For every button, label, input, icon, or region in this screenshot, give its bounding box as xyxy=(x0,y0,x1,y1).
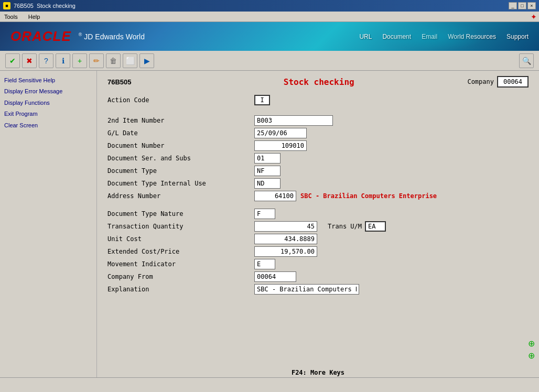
label-unit-cost: Unit Cost xyxy=(107,235,254,243)
field-row-doc-ser-subs: Document Ser. and Subs xyxy=(107,153,529,164)
oracle-logo: ORACLE ® JD Edwards World xyxy=(10,28,145,45)
window-controls[interactable]: _ □ × xyxy=(509,2,536,9)
info-button[interactable]: ℹ xyxy=(56,53,70,68)
field-row-2nd-item-number: 2nd Item Number xyxy=(107,115,529,126)
input-2nd-item-number[interactable] xyxy=(254,115,333,126)
menu-tools[interactable]: Tools xyxy=(2,13,20,21)
input-unit-cost[interactable] xyxy=(254,234,317,244)
input-movement-indicator[interactable] xyxy=(254,259,275,269)
jde-text: ® JD Edwards World xyxy=(79,32,145,41)
sidebar-item-display-error-message[interactable]: Display Error Message xyxy=(2,86,94,97)
field-row-doc-type-nature: Document Type Nature xyxy=(107,208,529,220)
action-code-input[interactable] xyxy=(254,95,270,105)
field-row-extended-cost: Extended Cost/Price xyxy=(107,246,529,257)
search-button[interactable]: 🔍 xyxy=(519,53,534,68)
input-extended-cost[interactable] xyxy=(254,246,317,257)
oracle-header: ORACLE ® JD Edwards World URL Document E… xyxy=(0,22,539,51)
alert-icon[interactable]: ✦ xyxy=(531,13,537,21)
sidebar: Field Sensitive Help Display Error Messa… xyxy=(0,71,97,392)
label-address-number: Address Number xyxy=(107,192,254,200)
add-button[interactable]: + xyxy=(72,53,87,68)
company-field[interactable] xyxy=(497,76,529,88)
input-document-number[interactable] xyxy=(254,140,307,151)
program-id: 76B505 xyxy=(107,78,170,86)
input-document-type[interactable] xyxy=(254,166,281,176)
sidebar-item-clear-screen[interactable]: Clear Screen xyxy=(2,120,94,131)
input-doc-type-internal[interactable] xyxy=(254,178,281,189)
form-fields-group1: 2nd Item Number G/L Date Document Number… xyxy=(107,115,529,202)
address-number-note: SBC - Brazilian Computers Enterprise xyxy=(300,192,437,200)
bottom-bar xyxy=(0,377,539,392)
label-company-from: Company From xyxy=(107,273,254,280)
sidebar-item-display-functions[interactable]: Display Functions xyxy=(2,97,94,108)
label-doc-type-nature: Document Type Nature xyxy=(107,210,254,217)
form-title: Stock checking xyxy=(170,77,467,87)
form-header: 76B505 Stock checking Company xyxy=(107,76,529,88)
label-doc-type-internal: Document Type Internal Use xyxy=(107,180,254,187)
sidebar-item-exit-program[interactable]: Exit Program xyxy=(2,108,94,119)
label-2nd-item-number: 2nd Item Number xyxy=(107,117,254,124)
label-document-number: Document Number xyxy=(107,142,254,149)
label-movement-indicator: Movement Indicator xyxy=(107,260,254,268)
input-doc-ser-subs[interactable] xyxy=(254,153,281,164)
sidebar-item-field-sensitive-help[interactable]: Field Sensitive Help xyxy=(2,75,94,86)
input-transaction-quantity[interactable] xyxy=(254,221,317,232)
company-label: Company xyxy=(467,78,494,85)
field-row-gl-date: G/L Date xyxy=(107,127,529,139)
input-trans-um[interactable] xyxy=(365,221,386,232)
banner-decoration xyxy=(382,22,487,51)
cancel-button[interactable]: ✖ xyxy=(22,53,37,68)
form-area: 76B505 Stock checking Company Action Cod… xyxy=(97,71,539,392)
label-doc-ser-subs: Document Ser. and Subs xyxy=(107,155,254,162)
delete-button[interactable]: 🗑 xyxy=(106,53,121,68)
nav-support[interactable]: Support xyxy=(506,33,529,40)
field-row-address-number: Address Number SBC - Brazilian Computers… xyxy=(107,190,529,202)
menu-bar: Tools Help ✦ xyxy=(0,12,539,22)
label-transaction-quantity: Transaction Quantity xyxy=(107,223,254,230)
input-company-from[interactable] xyxy=(254,271,296,282)
field-row-unit-cost: Unit Cost xyxy=(107,233,529,245)
input-address-number[interactable] xyxy=(254,191,296,201)
main-container: Field Sensitive Help Display Error Messa… xyxy=(0,71,539,392)
title-text: Stock checking xyxy=(37,3,76,9)
action-code-row: Action Code xyxy=(107,95,529,105)
field-row-doc-type-internal: Document Type Internal Use xyxy=(107,178,529,189)
toolbar: ✔ ✖ ? ℹ + ✏ 🗑 ⬜ ▶ 🔍 xyxy=(0,51,539,71)
copy-button[interactable]: ⬜ xyxy=(123,53,137,68)
close-button[interactable]: × xyxy=(527,2,536,9)
oracle-text: ORACLE xyxy=(10,28,71,45)
minimize-button[interactable]: _ xyxy=(509,2,517,9)
title-bar: ■ 76B505 Stock checking _ □ × xyxy=(0,0,539,12)
spacer-row xyxy=(107,202,529,208)
label-gl-date: G/L Date xyxy=(107,129,254,137)
field-row-movement-indicator: Movement Indicator xyxy=(107,258,529,270)
field-row-explanation: Explanation xyxy=(107,284,529,295)
form-fields-group2: Document Type Nature Transaction Quantit… xyxy=(107,208,529,295)
scroll-controls: ⊕ ⊕ xyxy=(528,339,535,361)
maximize-button[interactable]: □ xyxy=(518,2,526,9)
edit-button[interactable]: ✏ xyxy=(89,53,104,68)
ok-button[interactable]: ✔ xyxy=(5,53,20,68)
field-row-document-type: Document Type xyxy=(107,165,529,177)
app-icon: ■ xyxy=(3,2,10,9)
help-button[interactable]: ? xyxy=(39,53,53,68)
input-gl-date[interactable] xyxy=(254,128,307,138)
input-explanation[interactable] xyxy=(254,284,359,295)
label-document-type: Document Type xyxy=(107,167,254,175)
label-explanation: Explanation xyxy=(107,286,254,293)
field-row-document-number: Document Number xyxy=(107,140,529,151)
scroll-down-icon[interactable]: ⊕ xyxy=(528,351,535,361)
trans-um-label: Trans U/M xyxy=(328,223,362,230)
scroll-up-icon[interactable]: ⊕ xyxy=(528,339,535,349)
action-code-label: Action Code xyxy=(107,96,254,104)
field-row-company-from: Company From xyxy=(107,271,529,282)
form-footer: F24: More Keys xyxy=(97,369,539,376)
field-row-transaction-quantity: Transaction Quantity Trans U/M xyxy=(107,221,529,232)
menu-help[interactable]: Help xyxy=(26,13,42,21)
label-extended-cost: Extended Cost/Price xyxy=(107,248,254,255)
input-doc-type-nature[interactable] xyxy=(254,209,275,219)
title-program-id: 76B505 xyxy=(14,3,34,9)
execute-button[interactable]: ▶ xyxy=(139,53,154,68)
nav-url[interactable]: URL xyxy=(359,33,372,40)
